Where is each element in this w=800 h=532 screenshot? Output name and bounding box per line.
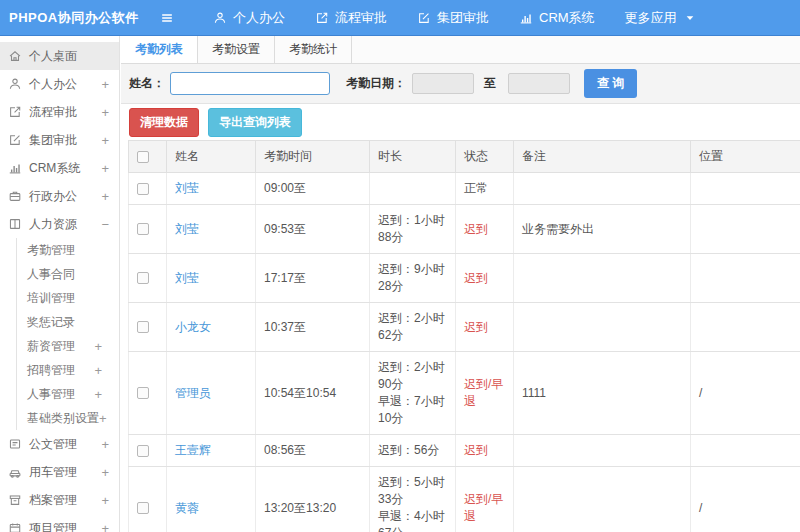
sidebar-item-14[interactable]: 基础类别设置 + <box>16 406 119 430</box>
table-row: 刘莹 17:17至 迟到：9小时28分 迟到 <box>129 254 800 303</box>
expand-toggle-icon[interactable]: + <box>101 77 113 92</box>
attendance-name-link[interactable]: 黄蓉 <box>175 501 199 515</box>
main-content: 考勤列表 考勤设置 考勤统计 姓名： 考勤日期： 至 查 询 清理数据 导出查询… <box>121 36 800 532</box>
doc-icon <box>8 437 25 451</box>
sidebar-item-10[interactable]: 奖惩记录 <box>16 310 119 334</box>
attendance-name-link[interactable]: 管理员 <box>175 386 211 400</box>
sidebar-item-label: 用车管理 <box>25 464 77 481</box>
sidebar-item-18[interactable]: 项目管理 + <box>0 514 119 532</box>
sidebar-item-13[interactable]: 人事管理 + <box>16 382 119 406</box>
query-button[interactable]: 查 询 <box>584 69 637 98</box>
sidebar-item-label: 招聘管理 <box>23 362 75 379</box>
cell-name: 王壹辉 <box>167 435 256 467</box>
home-icon <box>8 49 25 63</box>
attendance-name-link[interactable]: 刘莹 <box>175 271 199 285</box>
sidebar-item-17[interactable]: 档案管理 + <box>0 486 119 514</box>
caret-down-icon <box>683 11 697 25</box>
cell-name: 黄蓉 <box>167 467 256 532</box>
clean-data-button[interactable]: 清理数据 <box>129 108 199 137</box>
name-input[interactable] <box>170 72 330 95</box>
expand-toggle-icon[interactable]: + <box>94 363 119 378</box>
cell-status: 迟到/早退 <box>456 467 514 532</box>
topnav-item-2[interactable]: 集团审批 <box>402 0 504 35</box>
attendance-name-link[interactable]: 王壹辉 <box>175 443 211 457</box>
tab-1[interactable]: 考勤设置 <box>198 36 275 63</box>
cell-attendance-time: 08:56至 <box>256 435 370 467</box>
expand-toggle-icon[interactable]: + <box>101 465 113 480</box>
expand-toggle-icon[interactable]: + <box>101 105 113 120</box>
expand-toggle-icon[interactable]: + <box>101 437 113 452</box>
attendance-name-link[interactable]: 刘莹 <box>175 181 199 195</box>
date-to-input[interactable] <box>508 73 570 94</box>
row-checkbox[interactable] <box>137 445 149 457</box>
sidebar-item-1[interactable]: 个人办公 + <box>0 70 119 98</box>
row-checkbox[interactable] <box>137 223 149 235</box>
sidebar-item-16[interactable]: 用车管理 + <box>0 458 119 486</box>
sidebar-item-7[interactable]: 考勤管理 <box>16 238 119 262</box>
expand-toggle-icon[interactable]: + <box>101 161 113 176</box>
row-checkbox-cell <box>129 254 167 303</box>
topnav-item-1[interactable]: 流程审批 <box>300 0 402 35</box>
sidebar-item-6[interactable]: 人力资源 − <box>0 210 119 238</box>
sidebar-item-4[interactable]: CRM系统 + <box>0 154 119 182</box>
menu-toggle-icon[interactable] <box>150 11 184 25</box>
sidebar-item-label: 薪资管理 <box>23 338 75 355</box>
sidebar-item-15[interactable]: 公文管理 + <box>0 430 119 458</box>
table-row: 刘莹 09:00至 正常 <box>129 173 800 205</box>
cell-location <box>691 205 800 254</box>
tab-0[interactable]: 考勤列表 <box>121 36 198 63</box>
attendance-name-link[interactable]: 小龙女 <box>175 320 211 334</box>
row-checkbox-cell <box>129 352 167 435</box>
cell-attendance-time: 10:54至10:54 <box>256 352 370 435</box>
sidebar-item-0[interactable]: 个人桌面 <box>0 42 119 70</box>
sidebar-item-label: 公文管理 <box>25 436 77 453</box>
cell-location: / <box>691 467 800 532</box>
expand-toggle-icon[interactable]: + <box>101 493 113 508</box>
sidebar-item-label: 个人办公 <box>25 76 77 93</box>
row-checkbox[interactable] <box>137 321 149 333</box>
col-header-location: 位置 <box>691 141 800 173</box>
sidebar-item-9[interactable]: 培训管理 <box>16 286 119 310</box>
app-logo[interactable]: PHPOA协同办公软件 <box>0 9 150 27</box>
table-row: 小龙女 10:37至 迟到：2小时62分 迟到 <box>129 303 800 352</box>
date-label: 考勤日期： <box>346 75 406 92</box>
cell-attendance-time: 13:20至13:20 <box>256 467 370 532</box>
sidebar-item-label: 个人桌面 <box>25 48 77 65</box>
attendance-name-link[interactable]: 刘莹 <box>175 222 199 236</box>
topnav-item-4[interactable]: 更多应用 <box>610 0 712 35</box>
cell-location <box>691 254 800 303</box>
sidebar-item-label: 行政办公 <box>25 188 77 205</box>
expand-toggle-icon[interactable]: + <box>99 411 120 426</box>
select-all-checkbox[interactable] <box>137 151 149 163</box>
row-checkbox[interactable] <box>137 272 149 284</box>
sidebar-item-8[interactable]: 人事合同 <box>16 262 119 286</box>
sidebar-item-11[interactable]: 薪资管理 + <box>16 334 119 358</box>
row-checkbox[interactable] <box>137 502 149 514</box>
col-header-name: 姓名 <box>167 141 256 173</box>
cell-attendance-time: 17:17至 <box>256 254 370 303</box>
expand-toggle-icon[interactable]: + <box>101 133 113 148</box>
chart-icon <box>8 161 25 175</box>
row-checkbox[interactable] <box>137 183 149 195</box>
sidebar-item-3[interactable]: 集团审批 + <box>0 126 119 154</box>
col-header-time: 考勤时间 <box>256 141 370 173</box>
sidebar-item-5[interactable]: 行政办公 + <box>0 182 119 210</box>
chart-icon <box>519 11 533 25</box>
row-checkbox[interactable] <box>137 387 149 399</box>
expand-toggle-icon[interactable]: + <box>101 189 113 204</box>
cell-status: 迟到/早退 <box>456 352 514 435</box>
expand-toggle-icon[interactable]: − <box>101 217 113 232</box>
expand-toggle-icon[interactable]: + <box>94 339 119 354</box>
sidebar-item-label: CRM系统 <box>25 160 80 177</box>
export-list-button[interactable]: 导出查询列表 <box>208 108 302 137</box>
expand-toggle-icon[interactable]: + <box>94 387 119 402</box>
tab-2[interactable]: 考勤统计 <box>275 36 352 63</box>
cell-status: 迟到 <box>456 303 514 352</box>
topnav-item-0[interactable]: 个人办公 <box>198 0 300 35</box>
date-from-input[interactable] <box>412 73 474 94</box>
sidebar-item-2[interactable]: 流程审批 + <box>0 98 119 126</box>
expand-toggle-icon[interactable]: + <box>101 521 113 532</box>
sidebar-item-12[interactable]: 招聘管理 + <box>16 358 119 382</box>
topnav-item-3[interactable]: CRM系统 <box>504 0 610 35</box>
row-checkbox-cell <box>129 205 167 254</box>
